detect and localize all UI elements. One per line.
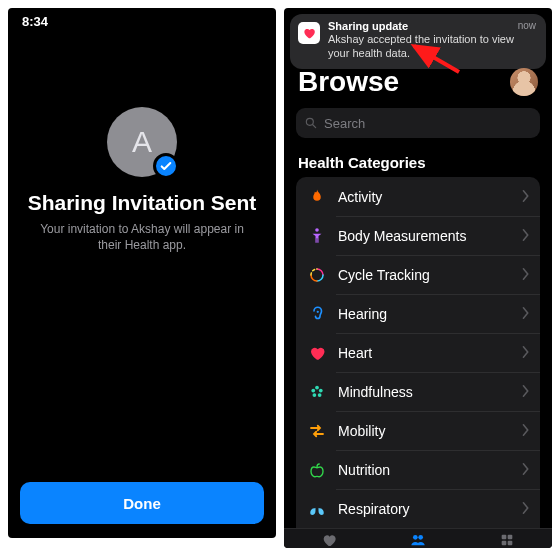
flame-icon bbox=[306, 188, 328, 206]
body-icon bbox=[306, 227, 328, 245]
category-row-respiratory[interactable]: Respiratory bbox=[296, 489, 540, 528]
svg-point-14 bbox=[318, 393, 322, 397]
status-bar: 8:34 bbox=[8, 8, 276, 31]
status-time: 8:34 bbox=[22, 14, 48, 29]
category-label: Mindfulness bbox=[338, 384, 522, 400]
chevron-right-icon bbox=[522, 344, 530, 362]
svg-point-12 bbox=[315, 385, 319, 389]
svg-rect-21 bbox=[508, 535, 513, 540]
chevron-right-icon bbox=[522, 188, 530, 206]
category-label: Mobility bbox=[338, 423, 522, 439]
svg-line-9 bbox=[313, 125, 316, 128]
page-subtitle: Your invitation to Akshay will appear in… bbox=[8, 215, 276, 253]
category-label: Activity bbox=[338, 189, 522, 205]
chevron-right-icon bbox=[522, 500, 530, 518]
category-row-heart[interactable]: Heart bbox=[296, 333, 540, 372]
cycle-icon bbox=[306, 266, 328, 284]
health-app-icon bbox=[298, 22, 320, 44]
chevron-right-icon bbox=[522, 305, 530, 323]
chevron-right-icon bbox=[522, 383, 530, 401]
category-row-hearing[interactable]: Hearing bbox=[296, 294, 540, 333]
mobility-icon bbox=[306, 422, 328, 440]
svg-point-19 bbox=[418, 535, 423, 540]
checkmark-badge-icon bbox=[153, 153, 179, 179]
category-label: Respiratory bbox=[338, 501, 522, 517]
contact-avatar: A bbox=[107, 107, 177, 177]
heart-icon bbox=[306, 344, 328, 362]
notification-time: now bbox=[518, 20, 536, 31]
category-label: Hearing bbox=[338, 306, 522, 322]
svg-line-7 bbox=[414, 46, 459, 72]
search-icon bbox=[304, 116, 318, 130]
svg-point-8 bbox=[306, 118, 313, 125]
category-row-body[interactable]: Body Measurements bbox=[296, 216, 540, 255]
section-title: Health Categories bbox=[284, 148, 552, 177]
mindfulness-icon bbox=[306, 383, 328, 401]
svg-point-15 bbox=[313, 393, 317, 397]
apple-icon bbox=[306, 461, 328, 479]
category-row-mindfulness[interactable]: Mindfulness bbox=[296, 372, 540, 411]
svg-point-11 bbox=[317, 310, 319, 312]
profile-avatar[interactable] bbox=[510, 68, 538, 96]
svg-point-16 bbox=[311, 388, 315, 392]
categories-list: Activity Body Measurements Cycle Trackin… bbox=[296, 177, 540, 548]
chevron-right-icon bbox=[522, 266, 530, 284]
ear-icon bbox=[306, 305, 328, 323]
chevron-right-icon bbox=[522, 461, 530, 479]
category-label: Body Measurements bbox=[338, 228, 522, 244]
chevron-right-icon bbox=[522, 227, 530, 245]
category-label: Heart bbox=[338, 345, 522, 361]
annotation-arrow-icon bbox=[404, 42, 464, 76]
category-label: Nutrition bbox=[338, 462, 522, 478]
svg-point-13 bbox=[319, 388, 323, 392]
svg-point-18 bbox=[413, 535, 418, 540]
search-field[interactable] bbox=[296, 108, 540, 138]
tab-summary[interactable] bbox=[319, 532, 339, 548]
chevron-right-icon bbox=[522, 422, 530, 440]
lungs-icon bbox=[306, 500, 328, 518]
svg-rect-23 bbox=[508, 541, 513, 546]
category-row-nutrition[interactable]: Nutrition bbox=[296, 450, 540, 489]
done-button[interactable]: Done bbox=[20, 482, 264, 524]
tab-sharing[interactable] bbox=[408, 532, 428, 548]
tab-bar bbox=[284, 528, 552, 548]
svg-rect-20 bbox=[502, 535, 507, 540]
page-title: Sharing Invitation Sent bbox=[8, 191, 276, 215]
category-row-cycle[interactable]: Cycle Tracking bbox=[296, 255, 540, 294]
search-input[interactable] bbox=[324, 116, 532, 131]
phone-left: 8:34 A Sharing Invitation Sent Your invi… bbox=[8, 8, 276, 538]
notification-title: Sharing update bbox=[328, 20, 538, 33]
svg-rect-22 bbox=[502, 541, 507, 546]
category-row-mobility[interactable]: Mobility bbox=[296, 411, 540, 450]
category-label: Cycle Tracking bbox=[338, 267, 522, 283]
category-row-activity[interactable]: Activity bbox=[296, 177, 540, 216]
phone-right: Sharing update Akshay accepted the invit… bbox=[284, 8, 552, 548]
tab-browse[interactable] bbox=[497, 532, 517, 548]
svg-point-10 bbox=[315, 228, 319, 232]
browse-title: Browse bbox=[298, 66, 399, 98]
